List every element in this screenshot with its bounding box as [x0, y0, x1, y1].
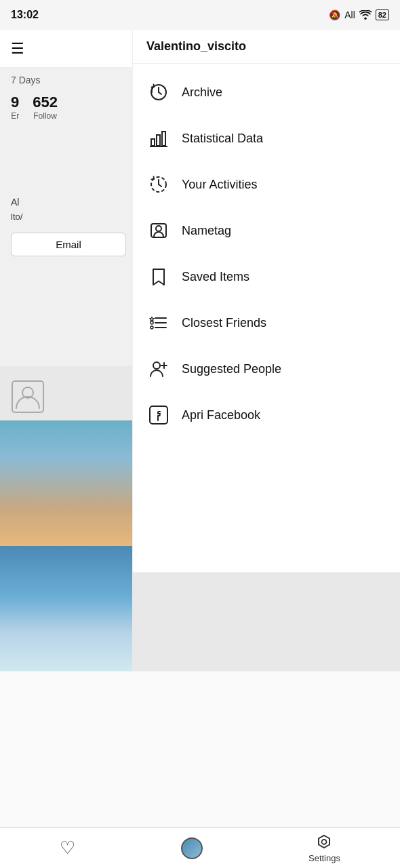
stat-follow-label: Follow: [33, 111, 58, 121]
stat-er: 9 Er: [11, 94, 19, 121]
photo-sky-blue: [0, 546, 132, 671]
add-person-icon: [146, 357, 171, 381]
dropdown-item-saved-items[interactable]: Saved Items: [133, 254, 400, 300]
status-bar: 13:02 🔕 All 82: [0, 0, 400, 30]
stat-follow: 652 Follow: [33, 94, 58, 121]
settings-label: Settings: [308, 853, 340, 863]
list-star-icon: [146, 311, 171, 335]
email-button[interactable]: Email: [11, 233, 126, 256]
dropdown-username: Valentino_viscito: [146, 39, 246, 53]
your-activities-label: Your Activities: [182, 178, 257, 192]
dropdown-item-suggested-people[interactable]: Suggested People: [133, 346, 400, 392]
battery-icon: 82: [376, 9, 389, 20]
bar-chart-icon: [146, 126, 171, 151]
wifi-icon: [359, 10, 372, 20]
svg-rect-5: [157, 135, 160, 146]
dropdown-item-nametag[interactable]: Nametag: [133, 208, 400, 254]
hamburger-icon[interactable]: ☰: [11, 40, 24, 58]
svg-point-10: [156, 226, 161, 231]
svg-point-16: [153, 362, 160, 369]
bottom-nav: ♡ Settings: [0, 827, 400, 868]
nav-settings[interactable]: Settings: [308, 833, 340, 863]
heart-icon: ♡: [60, 837, 75, 859]
statistical-data-label: Statistical Data: [182, 132, 263, 146]
dropdown-item-statistical-data[interactable]: Statistical Data: [133, 115, 400, 161]
svg-point-2: [322, 840, 327, 844]
profile-avatar: [181, 837, 203, 859]
svg-point-14: [151, 321, 153, 324]
nametag-icon: [146, 218, 171, 243]
photo-sky-gradient: [0, 420, 132, 546]
apri-facebook-label: Apri Facebook: [182, 408, 260, 422]
stat-er-label: Er: [11, 111, 19, 121]
closest-friends-label: Closest Friends: [182, 316, 266, 330]
stat-follow-number: 652: [33, 94, 58, 111]
activity-icon: [146, 172, 171, 197]
photo-cell-sky[interactable]: [0, 420, 132, 546]
dropdown-item-your-activities[interactable]: Your Activities: [133, 161, 400, 208]
saved-items-label: Saved Items: [182, 270, 249, 284]
facebook-icon: [146, 403, 171, 427]
nav-heart[interactable]: ♡: [60, 837, 75, 859]
dropdown-item-archive[interactable]: Archive: [133, 69, 400, 115]
stat-er-number: 9: [11, 94, 19, 111]
nav-profile[interactable]: [181, 837, 203, 859]
dropdown-menu: Archive Statistical Data: [133, 64, 400, 443]
mute-icon: 🔕: [329, 9, 340, 20]
photo-placeholder-icon: [11, 380, 45, 414]
dropdown-overlay: Valentino_viscito Archive: [132, 30, 400, 572]
status-time: 13:02: [11, 9, 39, 21]
dropdown-header: Valentino_viscito: [133, 30, 400, 64]
bookmark-icon: [146, 264, 171, 289]
svg-point-15: [151, 326, 153, 329]
dropdown-item-apri-facebook[interactable]: Apri Facebook: [133, 392, 400, 438]
dropdown-item-closest-friends[interactable]: Closest Friends: [133, 300, 400, 346]
photo-cell-blue-sky[interactable]: [0, 546, 132, 671]
suggested-people-label: Suggested People: [182, 362, 281, 376]
network-label: All: [344, 9, 355, 20]
archive-icon: [146, 80, 171, 104]
settings-icon: [315, 833, 334, 852]
svg-rect-4: [151, 139, 155, 146]
status-right: 🔕 All 82: [329, 9, 389, 20]
archive-label: Archive: [182, 85, 222, 100]
svg-rect-6: [162, 132, 165, 146]
nametag-label: Nametag: [182, 224, 231, 238]
